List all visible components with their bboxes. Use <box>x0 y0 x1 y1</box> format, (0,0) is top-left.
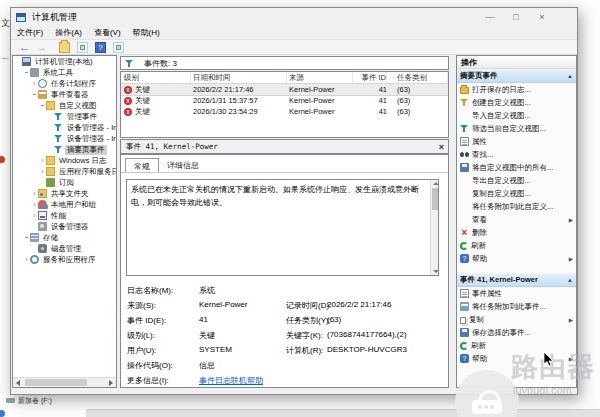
maximize-button[interactable]: □ <box>503 8 529 26</box>
column-header-level[interactable]: 级别 <box>121 72 191 83</box>
event-list-header: 级别 日期和时间 来源 事件 ID 任务类别 <box>121 72 448 84</box>
scroll-down-arrow-icon[interactable] <box>433 270 439 273</box>
task-icon <box>460 302 469 311</box>
scroll-left-arrow-icon[interactable] <box>16 380 20 386</box>
actions-section-header[interactable]: 摘要页事件▲ <box>457 69 576 83</box>
field-value: 信息 <box>199 360 215 371</box>
column-header-event-id[interactable]: 事件 ID <box>353 72 387 83</box>
chevron-right-icon[interactable]: › <box>31 212 38 219</box>
tab-details[interactable]: 详细信息 <box>159 158 207 173</box>
new-window-icon[interactable] <box>113 42 124 53</box>
scroll-right-arrow-icon[interactable] <box>109 380 113 386</box>
menu-item-2[interactable]: 查看(V) <box>88 27 127 38</box>
toolbar-help-icon[interactable]: ? <box>95 42 106 53</box>
action-item[interactable]: 复制自定义视图... <box>457 187 576 200</box>
close-button[interactable]: × <box>529 8 555 26</box>
app-icon <box>16 13 26 22</box>
description-scrollbar[interactable] <box>430 180 438 275</box>
action-item[interactable]: 导入自定义视图... <box>457 109 576 122</box>
tree-item[interactable]: 设备管理器 <box>13 221 116 232</box>
column-header-task-category[interactable]: 任务类别 <box>387 72 448 83</box>
tree-item[interactable]: 订阅 <box>13 177 116 188</box>
detail-close-icon[interactable]: × <box>439 142 444 152</box>
scrollbar-thumb[interactable] <box>25 379 87 386</box>
tree-item[interactable]: ›存储 <box>13 232 116 243</box>
open-file-icon[interactable] <box>59 42 70 53</box>
collapse-section-icon[interactable]: ▲ <box>567 73 573 79</box>
action-item[interactable]: 查找... <box>457 148 576 161</box>
tree-item[interactable]: ›服务和应用程序 <box>13 254 116 265</box>
tab-general[interactable]: 常规 <box>125 158 159 173</box>
titlebar[interactable]: 计算机管理 — □ × <box>11 8 577 26</box>
subscriptions-icon <box>46 178 55 187</box>
back-button[interactable]: ← <box>19 41 30 53</box>
console-tree-toggle-icon[interactable] <box>77 42 88 53</box>
event-log-help-link[interactable]: 事件日志联机帮助 <box>199 375 263 386</box>
column-header-datetime[interactable]: 日期和时间 <box>191 72 287 83</box>
event-detail-header[interactable]: 事件 41, Kernel-Power × <box>120 139 449 154</box>
level-cell: x关键 <box>121 96 191 106</box>
tree-item[interactable]: ›系统工具 <box>13 67 116 78</box>
action-item[interactable]: ?帮助▶ <box>457 252 576 265</box>
action-item[interactable]: 将任务附加到此自定义... <box>457 200 576 213</box>
tree-item-label: 应用程序和服务日志 <box>57 167 117 177</box>
menu-item-3[interactable]: 帮助(H) <box>127 27 166 38</box>
minimize-button[interactable]: — <box>477 8 503 26</box>
filter-icon <box>54 134 63 143</box>
chevron-down-icon[interactable]: › <box>23 234 30 241</box>
chevron-down-icon[interactable]: › <box>39 102 46 109</box>
action-item[interactable]: 刷新 <box>457 239 576 252</box>
tree-item[interactable]: ›任务计划程序 <box>13 78 116 89</box>
tree-horizontal-scrollbar[interactable] <box>13 377 116 387</box>
event-row[interactable]: x关键2026/2/2 21:17:46Kernel-Power41(63) <box>121 84 448 95</box>
tree-item[interactable]: ›事件查看器 <box>13 89 116 100</box>
tree-item[interactable]: ›应用程序和服务日志 <box>13 166 116 177</box>
chevron-right-icon[interactable]: › <box>39 157 46 164</box>
tree-item[interactable]: ›Windows 日志 <box>13 155 116 166</box>
action-item[interactable]: 创建自定义视图... <box>457 96 576 109</box>
tree-item[interactable]: 设备管理器 - Int <box>13 133 116 144</box>
forward-button[interactable]: → <box>36 41 47 53</box>
tree-item[interactable]: ›共享文件夹 <box>13 188 116 199</box>
event-row[interactable]: x关键2026/1/30 23:54:29Kernel-Power41(63) <box>121 106 448 117</box>
chevron-right-icon[interactable]: › <box>23 256 30 263</box>
tree-item-label: Windows 日志 <box>57 156 109 166</box>
menu-item-1[interactable]: 操作(A) <box>49 27 88 38</box>
actions-section-header[interactable]: 事件 41, Kernel-Power▲ <box>457 273 576 287</box>
action-item[interactable]: ×删除 <box>457 226 576 239</box>
action-item[interactable]: 保存选择的事件... <box>457 326 576 339</box>
tree-item[interactable]: ›本地用户和组 <box>13 199 116 210</box>
action-item[interactable]: 筛选当前自定义视图... <box>457 122 576 135</box>
action-item[interactable]: 将任务附加到此事件... <box>457 300 576 313</box>
action-item[interactable]: 复制▶ <box>457 313 576 326</box>
chevron-right-icon[interactable]: › <box>31 201 38 208</box>
chevron-down-icon[interactable]: › <box>31 91 38 98</box>
action-item[interactable]: 将自定义视图中的所有... <box>457 161 576 174</box>
tree-item[interactable]: ›自定义视图 <box>13 100 116 111</box>
detail-field-row: 日志名称(M):系统 <box>121 285 448 300</box>
tree-item[interactable]: ›性能 <box>13 210 116 221</box>
action-item-label: 将任务附加到此事件... <box>472 302 576 312</box>
field-value: (63) <box>327 315 341 324</box>
tree-item[interactable]: 管理事件 <box>13 111 116 122</box>
tree-item[interactable]: 计算机管理(本地) <box>13 56 116 67</box>
scrollbar-thumb[interactable] <box>432 188 438 210</box>
chevron-right-icon[interactable]: › <box>31 190 38 197</box>
action-item[interactable]: 打开保存的日志... <box>457 83 576 96</box>
action-item[interactable]: 事件属性 <box>457 287 576 300</box>
scroll-up-arrow-icon[interactable] <box>433 182 439 185</box>
event-row[interactable]: x关键2026/1/31 15:37:57Kernel-Power41(63) <box>121 95 448 106</box>
action-item[interactable]: 属性 <box>457 135 576 148</box>
chevron-right-icon[interactable]: › <box>39 168 46 175</box>
chevron-right-icon[interactable]: › <box>31 80 38 87</box>
tree-item[interactable]: 设备管理器 - Int <box>13 122 116 133</box>
chevron-down-icon[interactable]: › <box>23 69 30 76</box>
tree-item[interactable]: 摘要页事件 <box>13 144 116 155</box>
action-item[interactable]: 导出自定义视图... <box>457 174 576 187</box>
tree-item[interactable]: 磁盘管理 <box>13 243 116 254</box>
action-item[interactable]: 查看▶ <box>457 213 576 226</box>
column-header-source[interactable]: 来源 <box>287 72 353 83</box>
menu-item-0[interactable]: 文件(F) <box>11 27 49 38</box>
collapse-section-icon[interactable]: ▲ <box>567 277 573 283</box>
refresh-icon <box>460 242 468 250</box>
